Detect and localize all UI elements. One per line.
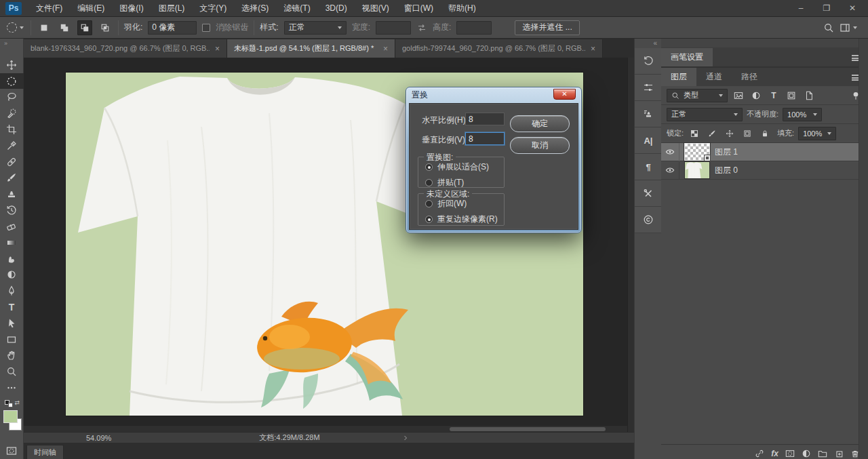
swap-colors-icon[interactable]: ⇄	[15, 399, 20, 406]
elliptical-marquee-tool[interactable]	[0, 73, 24, 89]
quick-selection-tool[interactable]	[0, 105, 24, 121]
new-group-icon[interactable]	[818, 449, 827, 458]
select-and-mask-button[interactable]: 选择并遮住 ...	[515, 20, 579, 35]
layer-thumbnail[interactable]	[685, 162, 709, 178]
link-layers-icon[interactable]	[755, 449, 764, 458]
horizontal-scale-input[interactable]	[465, 113, 505, 125]
menu-edit[interactable]: 编辑(E)	[70, 0, 112, 17]
expand-panels-icon[interactable]: «	[635, 39, 661, 48]
add-to-selection-button[interactable]	[57, 20, 72, 35]
filter-type-select[interactable]: 类型	[667, 89, 728, 102]
type-tool[interactable]: T	[0, 299, 24, 315]
menu-select[interactable]: 选择(S)	[234, 0, 276, 17]
tool-presets-panel-button[interactable]	[635, 180, 662, 207]
vertical-scrollbar[interactable]	[627, 58, 634, 432]
intersect-selection-button[interactable]	[98, 20, 113, 35]
layer-thumbnail[interactable]	[685, 144, 709, 160]
tab-untitled-psd[interactable]: 未标题-1.psd @ 54.1% (图层 1, RGB/8#) * ×	[227, 39, 395, 58]
collapse-tools-icon[interactable]: »	[0, 39, 23, 49]
filter-type-layers-icon[interactable]: T	[767, 89, 781, 102]
tool-preset-picker[interactable]	[5, 22, 25, 33]
history-brush-tool[interactable]	[0, 202, 24, 218]
collapse-panels-icon[interactable]: »	[661, 39, 868, 47]
layer-row-0[interactable]: 图层 0	[661, 161, 868, 180]
tab-paths[interactable]: 路径	[732, 68, 767, 86]
tab-goldfish-png[interactable]: goldfish-799744_960_720.png @ 66.7% (图层 …	[395, 39, 603, 58]
search-icon[interactable]	[823, 22, 834, 33]
menu-image[interactable]: 图像(I)	[112, 0, 151, 17]
feather-input[interactable]: 0 像素	[148, 21, 197, 35]
timeline-tab[interactable]: 时间轴	[26, 445, 64, 459]
eyedropper-tool[interactable]	[0, 138, 24, 154]
radio-repeat-edge-pixels[interactable]: 重复边缘像素(R)	[425, 214, 504, 225]
minimize-button[interactable]: –	[789, 1, 812, 15]
quick-mask-button[interactable]	[0, 443, 24, 459]
menu-help[interactable]: 帮助(H)	[441, 0, 484, 17]
ok-button[interactable]: 确定	[510, 115, 570, 132]
dialog-close-button[interactable]: ✕	[553, 89, 576, 100]
subtract-from-selection-button[interactable]	[77, 20, 92, 35]
tab-layers[interactable]: 图层	[661, 68, 696, 86]
vertical-scale-input[interactable]	[465, 132, 505, 145]
character-panel-button[interactable]: A|	[635, 127, 662, 154]
blend-mode-select[interactable]: 正常	[667, 108, 743, 121]
filter-smart-objects-icon[interactable]	[802, 89, 816, 102]
cc-libraries-panel-button[interactable]	[635, 207, 662, 233]
style-select[interactable]: 正常	[284, 21, 347, 35]
width-input[interactable]	[376, 21, 411, 35]
clone-source-panel-button[interactable]	[635, 101, 662, 127]
brushes-panel-button[interactable]	[635, 75, 662, 101]
brush-tool[interactable]	[0, 169, 24, 186]
close-icon[interactable]: ×	[591, 44, 595, 54]
clone-stamp-tool[interactable]	[0, 186, 24, 202]
layer-visibility-toggle[interactable]	[661, 161, 679, 180]
pen-tool[interactable]	[0, 283, 24, 299]
close-icon[interactable]: ×	[383, 44, 388, 54]
layer-name[interactable]: 图层 1	[715, 146, 738, 158]
antialias-checkbox[interactable]	[202, 24, 210, 32]
filter-shape-layers-icon[interactable]	[785, 89, 798, 102]
lock-artboard-icon[interactable]	[741, 127, 754, 140]
tab-blank-png[interactable]: blank-1976334_960_720.png @ 66.7% (图层 0,…	[24, 39, 227, 58]
gradient-tool[interactable]	[0, 235, 24, 251]
menu-window[interactable]: 窗口(W)	[397, 0, 441, 17]
paragraph-panel-button[interactable]: ¶	[635, 154, 662, 180]
add-layer-mask-icon[interactable]	[785, 449, 795, 458]
zoom-tool[interactable]	[0, 363, 24, 380]
menu-filter[interactable]: 滤镜(T)	[276, 0, 317, 17]
move-tool[interactable]	[0, 57, 24, 73]
lock-position-icon[interactable]	[723, 127, 736, 140]
menu-view[interactable]: 视图(V)	[355, 0, 397, 17]
close-button[interactable]: ✕	[841, 1, 864, 15]
zoom-level-field[interactable]: 54.09%	[86, 434, 111, 442]
lock-pixels-icon[interactable]	[705, 127, 719, 140]
dialog-titlebar[interactable]: 置换 ✕	[406, 87, 581, 103]
horizontal-scrollbar[interactable]	[24, 425, 627, 432]
height-input[interactable]	[456, 21, 492, 35]
tab-channels[interactable]: 通道	[696, 68, 732, 86]
layer-row-1[interactable]: 图层 1	[661, 143, 868, 161]
layer-style-fx-icon[interactable]: fx	[771, 449, 778, 458]
menu-type[interactable]: 文字(Y)	[192, 0, 234, 17]
fill-select[interactable]: 100%	[798, 127, 836, 140]
filter-pixel-layers-icon[interactable]	[732, 89, 745, 102]
hand-tool[interactable]	[0, 347, 24, 363]
rectangle-tool[interactable]	[0, 332, 24, 348]
lock-all-icon[interactable]	[758, 127, 772, 140]
swap-dimensions-icon[interactable]	[416, 22, 427, 33]
lasso-tool[interactable]	[0, 89, 24, 105]
default-colors-control[interactable]: ⇄	[0, 399, 24, 409]
layer-name[interactable]: 图层 0	[715, 165, 738, 176]
workspace-switcher[interactable]	[840, 22, 857, 33]
new-layer-icon[interactable]	[834, 449, 844, 458]
healing-brush-tool[interactable]	[0, 154, 24, 170]
radio-tile[interactable]: 拼贴(T)	[425, 177, 504, 188]
restore-button[interactable]: ❐	[815, 1, 838, 15]
smudge-tool[interactable]	[0, 251, 24, 267]
lock-transparency-icon[interactable]	[688, 127, 701, 140]
history-panel-button[interactable]	[635, 48, 662, 75]
eraser-tool[interactable]	[0, 218, 24, 235]
status-options-chevron-icon[interactable]	[401, 434, 410, 442]
path-selection-tool[interactable]	[0, 315, 24, 332]
tab-brush-settings[interactable]: 画笔设置	[661, 48, 713, 66]
